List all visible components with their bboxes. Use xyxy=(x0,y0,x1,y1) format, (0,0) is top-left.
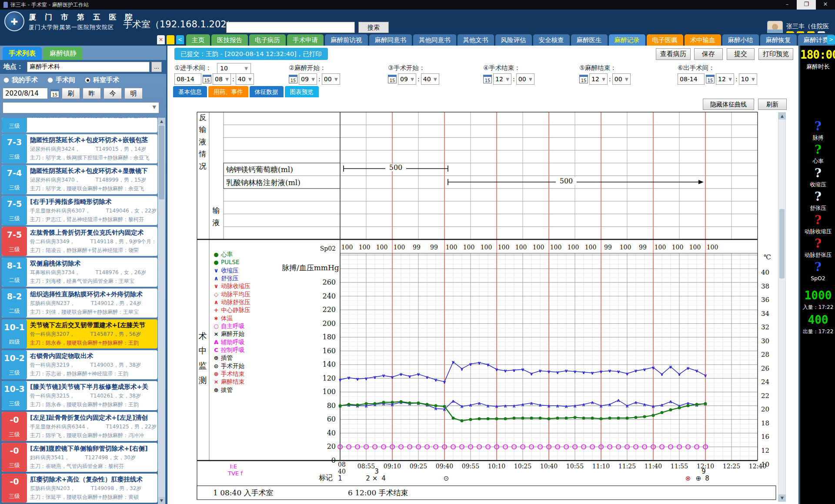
calendar-icon[interactable]: 15 xyxy=(483,75,492,83)
list-item-surgery[interactable]: 7-5三级[右手]手拇指多指畸形切除术手足显微外科病房6307， T149046… xyxy=(2,196,157,225)
radio-科室手术[interactable]: 科室手术 xyxy=(85,76,119,84)
nav-tab-麻醉恢复[interactable]: 麻醉恢复 xyxy=(760,34,797,46)
nav-tab-电子病历[interactable]: 电子病历 xyxy=(249,34,286,46)
list-item-surgery[interactable]: 8-2二级组织选择性直肠粘膜环切术+外痔切除术肛肠科病房N237， T14901… xyxy=(2,288,157,318)
date-input[interactable]: 08-14 xyxy=(174,73,201,85)
calendar-icon[interactable]: 15 xyxy=(203,75,211,83)
list-item-surgery[interactable]: 7-4三级隐匿性阴茎延长术+包皮环切术+显微镜下泌尿外科病房3470， T148… xyxy=(2,165,157,194)
nav-tab-术中输血[interactable]: 术中输血 xyxy=(685,34,721,46)
minute-select[interactable]: 00▼ xyxy=(322,73,340,85)
close-tab-icon[interactable]: × xyxy=(157,35,165,44)
list-item-surgery[interactable]: 三级泌尿外科病房3409，何子皓，T149000，男，12岁主刀：邬宇龙，蛛网膜… xyxy=(2,118,157,133)
scroll-down-icon[interactable]: ▼ xyxy=(158,497,165,504)
list-item-surgery[interactable]: -0三级[左足]趾骨骨折复位内固定术+[左足]清创手足显微外科病房6344， T… xyxy=(2,412,157,441)
chart-tab-图表预览[interactable]: 图表预览 xyxy=(285,86,319,97)
hour-select[interactable]: 12▼ xyxy=(589,73,608,85)
minute-select[interactable]: 10▼ xyxy=(739,73,757,85)
time-field-label: ④手术结束： xyxy=(483,64,521,72)
nav-tab-麻醉记录[interactable]: 麻醉记录 xyxy=(609,34,645,46)
date-button-刷[interactable]: 刷 xyxy=(62,88,80,99)
minute-select[interactable]: 00▼ xyxy=(516,73,534,85)
location-input[interactable] xyxy=(27,62,150,72)
submitted-status-badge: 已提交：王韵 - [2020-08-14 12:32:40]，已打印 xyxy=(174,48,328,60)
list-item-surgery[interactable]: -0三级[左侧]腹腔镜下单侧输卵管切除术+[右侧]妇科病房3541， T1274… xyxy=(2,443,157,472)
vital-value-心率: ? xyxy=(800,143,835,156)
chart-scrollbar[interactable]: ▲ ▼ xyxy=(778,112,786,502)
scroll-up-icon[interactable]: ▲ xyxy=(158,118,165,125)
calendar-icon[interactable]: 15 xyxy=(50,89,59,98)
nav-tab-麻醉小结[interactable]: 麻醉小结 xyxy=(722,34,759,46)
tab-surgery-list[interactable]: 手术列表 xyxy=(3,47,42,60)
surgery-list: 三级泌尿外科病房3409，何子皓，T149000，男，12岁主刀：邬宇龙，蛛网膜… xyxy=(0,118,157,504)
chart-tab-体征数据[interactable]: 体征数据 xyxy=(250,86,284,97)
list-item-surgery[interactable]: 7-5三级左肱骨髁上骨折切开复位克氏针内固定术骨二科病房3349， T14911… xyxy=(2,227,157,256)
minimized-tab-icon[interactable] xyxy=(167,35,174,44)
hour-select[interactable]: 09▼ xyxy=(398,73,416,85)
nav-tab-麻醉医生[interactable]: 麻醉医生 xyxy=(571,34,608,46)
print-preview-button[interactable]: 打印预览 xyxy=(758,48,793,60)
list-item-surgery[interactable]: -0三级肛瘘切除术+高位（复杂性）肛瘘挂线术肛肠科病房N203， T149098… xyxy=(2,474,157,503)
room-select[interactable]: 10▼ xyxy=(217,63,251,74)
nav-tab-风险评估[interactable]: 风险评估 xyxy=(495,34,532,46)
scroll-left-icon[interactable]: < xyxy=(176,35,184,44)
intake-label: 入量：17:22 xyxy=(800,304,835,311)
minimize-button[interactable]: – xyxy=(778,0,797,10)
close-button[interactable]: ✕ xyxy=(816,0,835,10)
date-button-明[interactable]: 明 xyxy=(124,88,143,99)
scrollbar-thumb[interactable] xyxy=(159,126,164,199)
calendar-icon[interactable]: 15 xyxy=(579,75,588,83)
nav-tab-麻醉同意书[interactable]: 麻醉同意书 xyxy=(369,34,412,46)
chart-tab-用药、事件[interactable]: 用药、事件 xyxy=(208,86,248,97)
radio-我的手术[interactable]: 我的手术 xyxy=(3,76,38,84)
nav-tab-手术申请[interactable]: 手术申请 xyxy=(287,34,324,46)
scroll-up-icon[interactable]: ▲ xyxy=(778,113,786,119)
filter-combobox[interactable]: ▼ xyxy=(3,102,159,113)
sidebar-scrollbar[interactable]: ▲ ▼ xyxy=(158,118,165,504)
radio-手术间[interactable]: 手术间 xyxy=(47,76,75,84)
date-input[interactable]: 2020/8/14 xyxy=(3,88,48,99)
date-input[interactable]: 08-14 xyxy=(678,73,705,85)
search-input[interactable] xyxy=(226,22,355,33)
anesthesia-duration-label: 麻醉时长 xyxy=(800,63,835,71)
hour-select[interactable]: 08▼ xyxy=(213,73,231,85)
list-item-surgery[interactable]: 7-3三级隐匿性阴茎延长术+包皮环切术+嵌顿包茎泌尿外科病房3424， T149… xyxy=(2,134,157,163)
minute-select[interactable]: 40▼ xyxy=(236,73,254,85)
surgery-info: 隐匿性阴茎延长术+包皮环切术+嵌顿包茎泌尿外科病房3424， T149015，男… xyxy=(27,134,152,163)
scroll-down-icon[interactable]: ▼ xyxy=(778,494,786,501)
view-record-button[interactable]: 查看病历 xyxy=(656,48,691,60)
list-item-surgery[interactable]: 10-1四级关节镜下左后交叉韧带重建术+[左膝关节骨一科病房3207， T145… xyxy=(2,319,157,348)
nav-tab-其他文书[interactable]: 其他文书 xyxy=(458,34,494,46)
submit-button[interactable]: 提交 xyxy=(727,48,755,60)
minute-select[interactable]: 00▼ xyxy=(612,73,631,85)
nav-tab-安全核查[interactable]: 安全核查 xyxy=(533,34,570,46)
date-button-昨[interactable]: 昨 xyxy=(83,88,101,99)
hour-select[interactable]: 09▼ xyxy=(299,73,317,85)
nav-tab-医技报告[interactable]: 医技报告 xyxy=(211,34,248,46)
room-level-badge: -0三级 xyxy=(2,412,27,441)
list-item-surgery[interactable]: 10-3三级[膝关节镜]关节镜下半月板修整成形术+关骨一科病房3215， T14… xyxy=(2,381,157,410)
hour-select[interactable]: 12▼ xyxy=(493,73,511,85)
calendar-icon[interactable]: 15 xyxy=(289,75,297,83)
scrollbar-thumb[interactable] xyxy=(779,209,785,279)
nav-tab-电子医嘱[interactable]: 电子医嘱 xyxy=(647,34,683,46)
chart-tab-基本信息[interactable]: 基本信息 xyxy=(173,86,207,97)
location-more-button[interactable]: ... xyxy=(151,62,162,72)
calendar-icon[interactable]: 15 xyxy=(706,75,715,83)
nav-tab-主页[interactable]: 主页 xyxy=(186,34,210,46)
refresh-button[interactable]: 刷新 xyxy=(758,99,787,110)
minute-select[interactable]: 40▼ xyxy=(421,73,439,85)
list-item-surgery[interactable]: 8-1二级双侧扁桃体切除术耳鼻喉科病房3734， T148976，女，26岁主刀… xyxy=(2,258,157,287)
nav-tab-麻醉前访视[interactable]: 麻醉前访视 xyxy=(325,34,368,46)
tab-anesthesia-sedation[interactable]: 麻醉镇静 xyxy=(43,47,83,60)
list-item-surgery[interactable]: 10-2三级右锁骨内固定物取出术骨一科病房3219， T149003，男，38岁… xyxy=(2,350,157,379)
search-button[interactable]: 搜索 xyxy=(358,22,389,33)
vital-value-动脉收缩压: ? xyxy=(800,213,835,227)
hide-curve-button[interactable]: 隐藏体征曲线 xyxy=(703,99,754,110)
date-button-今[interactable]: 今 xyxy=(104,88,122,99)
maximize-button[interactable]: ❐ xyxy=(797,0,816,10)
save-button[interactable]: 保存 xyxy=(694,48,723,60)
hour-select[interactable]: 12▼ xyxy=(716,73,734,85)
nav-tab-其他同意书[interactable]: 其他同意书 xyxy=(413,34,456,46)
calendar-icon[interactable]: 15 xyxy=(388,75,397,83)
scroll-right-icon[interactable]: > xyxy=(827,35,835,44)
